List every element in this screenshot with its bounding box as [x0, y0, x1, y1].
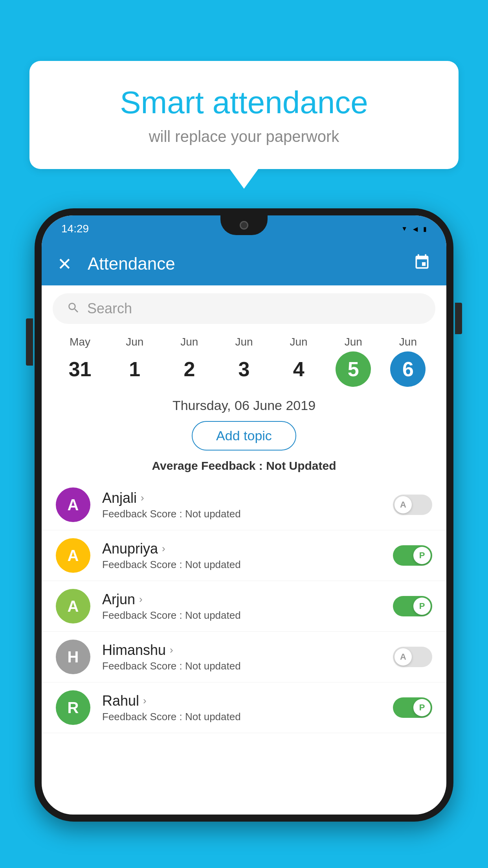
chevron-icon: ›: [139, 593, 143, 605]
avatar: H: [56, 640, 90, 674]
search-placeholder: Search: [87, 300, 132, 317]
bubble-subtitle: will replace your paperwork: [61, 128, 427, 145]
status-time: 14:29: [61, 223, 89, 235]
app-bar: ✕ Attendance: [42, 242, 446, 285]
phone-container: 14:29 ▼ ◀ ▮ ✕ Attendance: [35, 208, 453, 868]
wifi-icon: ▼: [401, 225, 407, 232]
date-item[interactable]: Jun1: [107, 336, 162, 387]
student-name-text: Anjali: [102, 490, 137, 506]
date-item[interactable]: Jun5: [326, 336, 381, 387]
student-name-text: Arjun: [102, 591, 135, 608]
date-item[interactable]: Jun2: [162, 336, 216, 387]
date-strip: May31Jun1Jun2Jun3Jun4Jun5Jun6: [42, 332, 446, 391]
speech-bubble: Smart attendance will replace your paper…: [29, 61, 459, 169]
camera: [240, 221, 248, 230]
student-item[interactable]: AArjun›Feedback Score : Not updatedP: [42, 581, 446, 632]
date-item[interactable]: Jun4: [272, 336, 326, 387]
bubble-title: Smart attendance: [61, 85, 427, 121]
student-name-text: Anupriya: [102, 541, 158, 557]
close-button[interactable]: ✕: [57, 254, 72, 274]
avatar: A: [56, 487, 90, 522]
notch: [220, 215, 268, 235]
average-feedback: Average Feedback : Not Updated: [42, 454, 446, 476]
student-item[interactable]: AAnjali›Feedback Score : Not updatedA: [42, 480, 446, 530]
speech-bubble-container: Smart attendance will replace your paper…: [29, 61, 459, 169]
avatar: R: [56, 690, 90, 725]
app-title: Attendance: [88, 254, 398, 274]
student-item[interactable]: AAnupriya›Feedback Score : Not updatedP: [42, 530, 446, 581]
phone-outer: 14:29 ▼ ◀ ▮ ✕ Attendance: [35, 208, 453, 822]
attendance-toggle[interactable]: P: [393, 596, 432, 616]
attendance-toggle[interactable]: P: [393, 545, 432, 566]
student-item[interactable]: RRahul›Feedback Score : Not updatedP: [42, 682, 446, 733]
student-list: AAnjali›Feedback Score : Not updatedAAAn…: [42, 476, 446, 737]
date-item[interactable]: Jun6: [381, 336, 435, 387]
chevron-icon: ›: [162, 542, 165, 555]
signal-icon: ◀: [413, 225, 418, 233]
battery-icon: ▮: [423, 225, 427, 233]
attendance-toggle[interactable]: A: [393, 495, 432, 515]
student-name-text: Himanshu: [102, 642, 166, 658]
student-item[interactable]: HHimanshu›Feedback Score : Not updatedA: [42, 632, 446, 682]
attendance-toggle[interactable]: P: [393, 697, 432, 718]
date-item[interactable]: May31: [53, 336, 107, 387]
search-bar[interactable]: Search: [53, 293, 435, 324]
add-topic-button[interactable]: Add topic: [192, 421, 296, 451]
status-icons: ▼ ◀ ▮: [401, 225, 427, 233]
status-bar: 14:29 ▼ ◀ ▮: [42, 215, 446, 242]
avatar: A: [56, 589, 90, 623]
chevron-icon: ›: [143, 695, 147, 707]
calendar-button[interactable]: [413, 254, 431, 274]
date-item[interactable]: Jun3: [216, 336, 271, 387]
avatar: A: [56, 538, 90, 573]
phone-screen: 14:29 ▼ ◀ ▮ ✕ Attendance: [42, 215, 446, 815]
chevron-icon: ›: [170, 644, 173, 656]
selected-date: Thursday, 06 June 2019: [42, 391, 446, 417]
attendance-toggle[interactable]: A: [393, 647, 432, 667]
search-icon: [67, 301, 80, 316]
student-name-text: Rahul: [102, 693, 139, 709]
chevron-icon: ›: [141, 492, 144, 504]
